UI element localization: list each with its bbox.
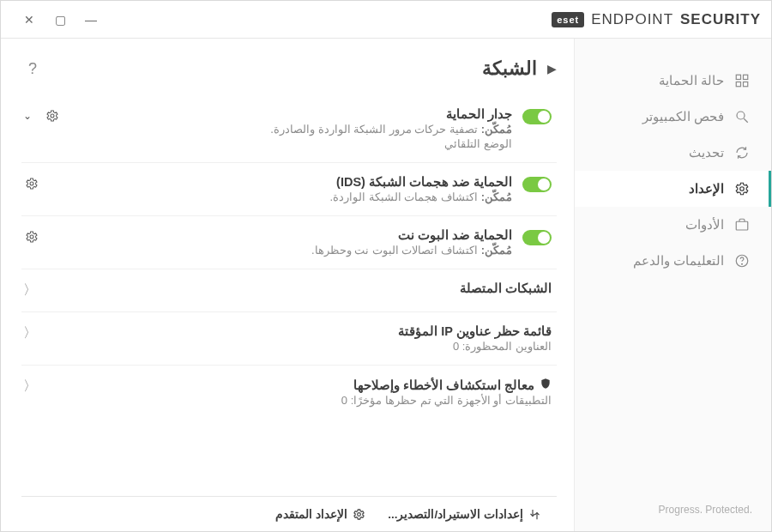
body: حالة الحماية فحص الكمبيوتر تحديث الإعداد… bbox=[1, 39, 771, 531]
svg-point-12 bbox=[30, 235, 33, 239]
svg-point-4 bbox=[737, 112, 745, 119]
settings-list: جدار الحماية مُمكّن: تصفية حركات مرور ال… bbox=[21, 95, 557, 496]
nav-title: الشبكات المتصلة bbox=[460, 281, 552, 295]
gear-icon bbox=[734, 181, 750, 196]
nav-row-ip-blacklist[interactable]: قائمة حظر عناوين IP المؤقتة العناوين الم… bbox=[21, 312, 557, 366]
window-controls: ✕ ▢ — bbox=[21, 12, 99, 27]
svg-rect-1 bbox=[744, 75, 748, 79]
gear-icon[interactable] bbox=[23, 175, 40, 192]
chevron-left-icon: 〈 bbox=[23, 281, 37, 299]
setting-row-firewall: جدار الحماية مُمكّن: تصفية حركات مرور ال… bbox=[21, 95, 557, 163]
import-export-link[interactable]: إعدادات الاستيراد/التصدير... bbox=[388, 507, 541, 521]
sidebar-item-label: الإعداد bbox=[689, 181, 724, 196]
setting-title: الحماية ضد هجمات الشبكة (IDS) bbox=[330, 175, 512, 189]
page-title: الشبكة bbox=[482, 57, 537, 80]
brand-logo: eset bbox=[552, 12, 584, 27]
setting-row-botnet: الحماية ضد البوت نت مُمكّن: اكتشاف اتصال… bbox=[21, 216, 557, 269]
brand-name-thin: ENDPOINT bbox=[591, 11, 673, 28]
help-circle-icon bbox=[734, 253, 750, 269]
svg-point-9 bbox=[742, 263, 743, 264]
chevron-left-icon: 〈 bbox=[23, 378, 37, 396]
import-export-icon bbox=[528, 508, 541, 521]
gear-icon[interactable] bbox=[23, 228, 40, 245]
shield-icon bbox=[540, 378, 552, 392]
maximize-icon[interactable]: ▢ bbox=[52, 12, 68, 27]
svg-point-11 bbox=[30, 182, 33, 185]
toggle-firewall[interactable] bbox=[522, 109, 552, 124]
help-button[interactable]: ? bbox=[21, 57, 44, 80]
setting-row-ids: الحماية ضد هجمات الشبكة (IDS) مُمكّن: اك… bbox=[21, 163, 557, 216]
page-header: ▶ الشبكة ? bbox=[21, 57, 557, 80]
svg-rect-0 bbox=[736, 75, 740, 79]
sidebar-item-computer-scan[interactable]: فحص الكمبيوتر bbox=[575, 99, 771, 135]
nav-subtitle: التطبيقات أو الأجهزة التي تم حظرها مؤخرً… bbox=[341, 394, 552, 407]
refresh-icon bbox=[734, 145, 750, 160]
toggle-botnet[interactable] bbox=[522, 230, 552, 245]
sidebar-item-help[interactable]: التعليمات والدعم bbox=[575, 243, 771, 279]
titlebar: eset ENDPOINT SECURITY ✕ ▢ — bbox=[1, 1, 771, 39]
sidebar-item-setup[interactable]: الإعداد bbox=[575, 171, 771, 207]
svg-line-5 bbox=[744, 118, 748, 123]
nav-title: قائمة حظر عناوين IP المؤقتة bbox=[398, 324, 552, 338]
footer: إعدادات الاستيراد/التصدير... الإعداد الم… bbox=[21, 496, 557, 531]
nav-title: معالج استكشاف الأخطاء وإصلاحها bbox=[341, 378, 552, 392]
nav-subtitle: العناوين المحظورة: 0 bbox=[398, 340, 552, 353]
nav-row-troubleshoot[interactable]: معالج استكشاف الأخطاء وإصلاحها التطبيقات… bbox=[21, 366, 557, 419]
svg-point-10 bbox=[51, 114, 54, 118]
setting-subtitle: مُمكّن: اكتشاف هجمات الشبكة الواردة. bbox=[330, 190, 512, 203]
setting-subtitle: مُمكّن: اكتشاف اتصالات البوت نت وحظرها. bbox=[311, 244, 512, 257]
grid-icon bbox=[734, 73, 750, 88]
svg-point-6 bbox=[740, 187, 745, 191]
gear-icon bbox=[353, 508, 365, 521]
minimize-icon[interactable]: — bbox=[83, 12, 99, 27]
brand: eset ENDPOINT SECURITY bbox=[552, 11, 761, 28]
svg-point-13 bbox=[358, 512, 361, 516]
tagline: Progress. Protected. bbox=[575, 488, 771, 531]
app-window: eset ENDPOINT SECURITY ✕ ▢ — حالة الحماي… bbox=[0, 0, 772, 532]
sidebar-item-label: الأدوات bbox=[685, 217, 724, 233]
main-panel: ▶ الشبكة ? جدار الحماية مُمكّن: تصفية حر… bbox=[1, 39, 574, 531]
sidebar-item-label: تحديث bbox=[689, 145, 724, 160]
brand-name-bold: SECURITY bbox=[680, 11, 761, 28]
setting-title: الحماية ضد البوت نت bbox=[311, 228, 512, 242]
back-caret-icon[interactable]: ▶ bbox=[547, 62, 557, 76]
setting-title: جدار الحماية bbox=[270, 107, 512, 121]
toggle-ids[interactable] bbox=[522, 177, 552, 192]
setting-extra: الوضع التلقائي bbox=[270, 137, 512, 150]
sidebar-item-label: حالة الحماية bbox=[659, 73, 724, 88]
svg-rect-7 bbox=[736, 221, 748, 230]
nav-row-connected-networks[interactable]: الشبكات المتصلة 〈 bbox=[21, 269, 557, 312]
chevron-left-icon: 〈 bbox=[23, 324, 37, 342]
gear-icon[interactable] bbox=[44, 107, 61, 124]
sidebar-item-tools[interactable]: الأدوات bbox=[575, 207, 771, 243]
close-icon[interactable]: ✕ bbox=[21, 12, 37, 27]
sidebar-item-label: التعليمات والدعم bbox=[633, 253, 724, 269]
search-icon bbox=[734, 109, 750, 124]
sidebar-item-update[interactable]: تحديث bbox=[575, 135, 771, 171]
sidebar-item-protection-status[interactable]: حالة الحماية bbox=[575, 63, 771, 99]
sidebar-item-label: فحص الكمبيوتر bbox=[642, 109, 724, 124]
briefcase-icon bbox=[734, 217, 750, 233]
advanced-setup-link[interactable]: الإعداد المتقدم bbox=[275, 507, 365, 521]
setting-subtitle: مُمكّن: تصفية حركات مرور الشبكة الواردة … bbox=[270, 123, 512, 136]
chevron-down-icon[interactable]: ⌄ bbox=[23, 110, 32, 122]
svg-rect-3 bbox=[744, 82, 748, 87]
sidebar: حالة الحماية فحص الكمبيوتر تحديث الإعداد… bbox=[574, 39, 771, 531]
svg-rect-2 bbox=[736, 82, 740, 87]
